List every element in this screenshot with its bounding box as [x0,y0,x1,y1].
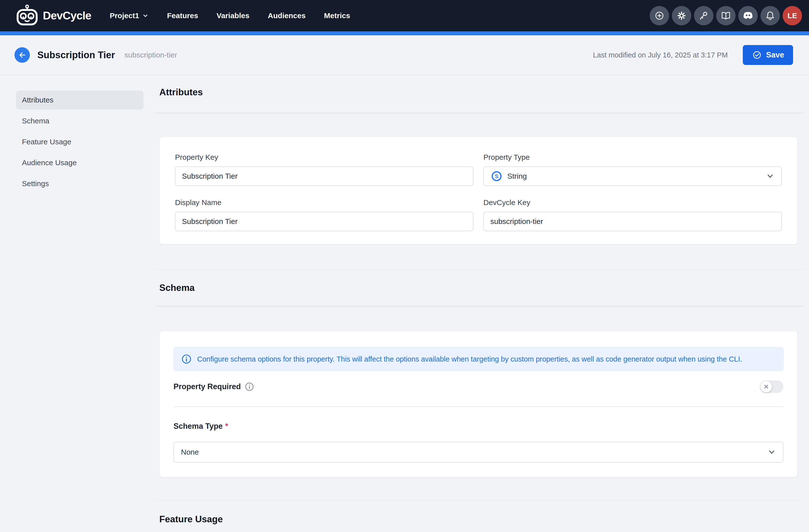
schema-section-header: Schema [154,269,804,306]
property-required-row: Property Required [173,380,784,393]
info-circle-icon [245,382,254,391]
property-type-field: Property Type S String [483,153,782,186]
schema-info-banner: Configure schema options for this proper… [173,347,784,371]
property-required-label: Property Required [173,382,241,391]
attributes-card: Property Key Property Type S String [159,137,797,244]
top-navbar: DevCycle Project1 Features Variables Aud… [0,0,809,31]
schema-heading: Schema [159,283,802,293]
save-button[interactable]: Save [743,45,793,65]
sidebar-item-feature-usage[interactable]: Feature Usage [16,132,143,151]
schema-type-select[interactable]: None [173,442,784,463]
add-circle-icon[interactable] [650,6,669,25]
settings-sidebar: Attributes Schema Feature Usage Audience… [0,75,154,195]
attributes-heading: Attributes [159,87,802,97]
sidebar-item-attributes[interactable]: Attributes [16,91,143,109]
toggle-knob [760,381,772,392]
devcycle-key-input[interactable] [483,212,782,231]
api-key-icon[interactable] [694,6,713,25]
string-type-icon: S [491,171,502,182]
display-name-field: Display Name [175,198,474,231]
check-circle-icon [752,50,762,60]
sidebar-item-schema[interactable]: Schema [16,111,143,130]
property-type-select[interactable]: S String [483,166,782,186]
togglebot-robot-icon [15,3,39,28]
page-header: Subscription Tier subscription-tier Last… [0,35,809,75]
toggle-off-x-icon [764,384,769,389]
save-button-label: Save [766,51,784,59]
discord-icon[interactable] [738,6,758,25]
notifications-bell-icon[interactable] [760,6,780,25]
content-area: Attributes Schema Feature Usage Audience… [0,75,809,532]
docs-book-icon[interactable] [716,6,736,25]
feature-usage-section-header: Feature Usage [154,500,804,532]
devcycle-logo[interactable]: DevCycle [15,3,91,28]
nav-item-metrics[interactable]: Metrics [324,12,350,20]
chevron-down-icon [142,13,149,19]
main-nav: Project1 Features Variables Audiences Me… [110,12,350,20]
back-button[interactable] [14,47,30,63]
schema-info-text: Configure schema options for this proper… [197,355,742,363]
navbar-actions: LE [650,6,802,25]
display-name-input[interactable] [175,212,474,231]
card-divider [173,406,784,407]
schema-type-value: None [181,448,199,456]
last-modified-text: Last modified on July 16, 2025 at 3:17 P… [593,51,728,59]
property-key-label: Property Key [175,153,474,161]
property-type-value: String [507,172,527,180]
sidebar-item-settings[interactable]: Settings [16,174,143,193]
accent-strip [0,31,809,35]
attributes-section-header: Attributes [154,75,804,113]
nav-item-variables[interactable]: Variables [217,12,249,20]
svg-text:S: S [495,173,499,179]
arrow-left-icon [18,51,27,59]
property-key-field: Property Key [175,153,474,186]
devcycle-key-label: DevCycle Key [483,198,782,207]
feature-usage-heading: Feature Usage [159,514,802,525]
nav-item-project[interactable]: Project1 [110,12,149,20]
nav-item-features[interactable]: Features [167,12,198,20]
page-key: subscription-tier [124,51,177,59]
property-required-toggle[interactable] [760,380,784,393]
chevron-down-icon [768,448,776,456]
devcycle-key-field: DevCycle Key [483,198,782,231]
nav-item-audiences[interactable]: Audiences [268,12,306,20]
chevron-down-icon [766,172,774,180]
schema-card: Configure schema options for this proper… [159,331,797,477]
sidebar-item-audience-usage[interactable]: Audience Usage [16,153,143,172]
page-title: Subscription Tier [37,50,115,60]
brand-name: DevCycle [43,9,91,22]
display-name-label: Display Name [175,198,474,207]
nav-item-project-label: Project1 [110,12,139,20]
info-circle-icon [181,354,192,364]
main-panel: Attributes Property Key Property Type S … [154,75,804,532]
user-avatar[interactable]: LE [782,6,802,25]
header-right: Last modified on July 16, 2025 at 3:17 P… [593,45,793,65]
property-type-label: Property Type [483,153,782,161]
schema-type-label-group: Schema Type * [173,422,784,431]
property-key-input[interactable] [175,166,474,186]
settings-gear-icon[interactable] [672,6,691,25]
schema-type-label: Schema Type [173,422,223,431]
required-mark: * [225,422,228,431]
property-required-label-group: Property Required [173,382,254,391]
